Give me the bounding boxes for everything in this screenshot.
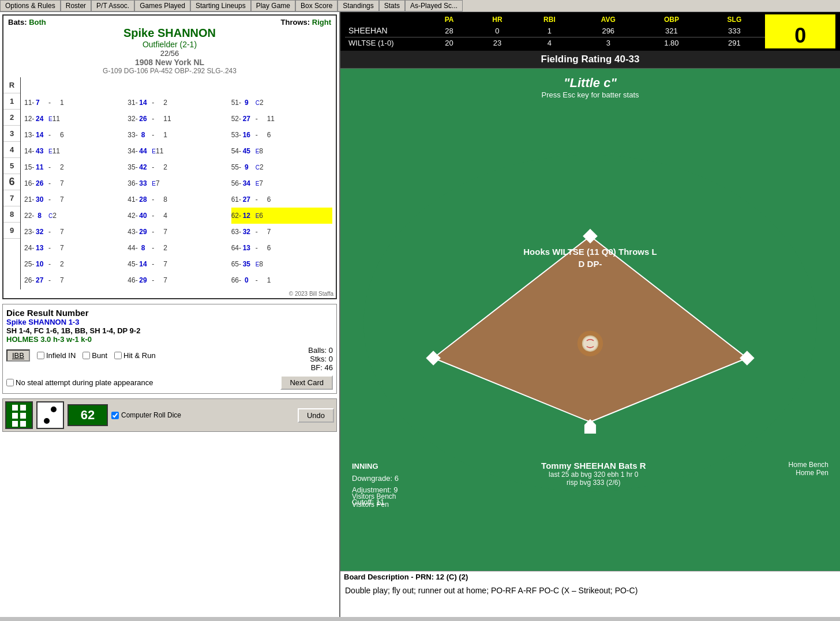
entry-46: 46-29-7 [127,272,228,288]
card-col-2: 31-14-2 32-26-11 33- 8-1 34-44E11 35-42- [126,78,230,288]
entry-63: 63-32-7 [231,224,332,240]
pip [12,405,18,411]
player-number: 22/56 [8,49,331,58]
nav-roster[interactable]: Roster [61,0,91,12]
pip [12,421,18,427]
infield-in-checkbox[interactable] [37,352,44,359]
entry-66: 66- 0-1 [231,272,332,288]
col-pa: PA [426,14,472,25]
baseball-field: "Little c" Press Esc key for batter stat… [340,69,840,566]
left-panel: Bats: Both Throws: Right Spike SHANNON O… [0,12,340,617]
entry-26: 26-27-7 [24,272,125,288]
entry-54: 54-45E8 [231,143,332,159]
field-rating: Fielding Rating 40-33 [340,51,840,69]
entry-13: 13-14-6 [24,127,125,143]
nav-box-score[interactable]: Box Score [295,0,337,12]
no-steal-row: No steal attempt during plate appearance… [6,375,333,390]
dice-player: Spike SHANNON 1-3 [6,318,333,326]
no-steal-checkbox[interactable] [6,379,14,386]
infield-in-label[interactable]: Infield IN [37,351,76,360]
nav-play-game[interactable]: Play Game [251,0,295,12]
row-7: 7 [3,190,20,206]
nav-standings[interactable]: Standings [337,0,378,12]
batter-hr: 0 [472,25,522,37]
ibb-button[interactable]: IBB [6,349,30,362]
pitcher-name-cell: WILTSE (1-0) [345,37,426,48]
next-card-button[interactable]: Next Card [280,375,333,390]
dice-bottom: 62 Computer Roll Dice Undo [2,398,337,432]
entry-15: 15-11-2 [24,159,125,175]
batter-field-info: Tommy SHEEHAN Bats R last 25 ab bvg 320 … [541,461,646,509]
dice-face-left [5,401,33,429]
card-col-1: 11-7-1 12-24E11 13-14-6 14-43E11 15-11-2 [23,78,126,288]
entry-23: 23-32-7 [24,224,125,240]
nav-options-rules[interactable]: Options & Rules [0,0,61,12]
pip-top [51,407,57,412]
dice-title: Dice Result Number [6,308,333,318]
stats-table: PA HR RBI AVG OBP SLG Outs 0 SHEEHAN 28 … [345,14,835,48]
bench-area [340,566,840,571]
col-rbi: RBI [522,14,577,25]
entry-62-highlight: 62-12E6 [231,208,332,224]
row-4: 4 [3,142,20,158]
stats-header: PA HR RBI AVG OBP SLG Outs 0 SHEEHAN 28 … [340,12,840,51]
batter-slg: 333 [703,25,765,37]
batter-rbi: 1 [522,25,577,37]
pip-bottom [44,418,50,424]
bunt-checkbox[interactable] [82,352,90,359]
outs-display: Outs 0 [765,14,835,48]
right-panel: PA HR RBI AVG OBP SLG Outs 0 SHEEHAN 28 … [340,12,840,617]
entry-61: 61-27-6 [231,191,332,208]
card-col-3: 51- 9C2 52-27-11 53-16-6 54-45E8 55- 9C2 [230,78,333,288]
entry-34: 34-44E11 [127,143,228,159]
dice-checkboxes: IBB Infield IN Bunt Hit & Run [6,349,156,362]
computer-roll: Computer Roll Dice [111,411,181,419]
dice-pitcher: HOLMES 3.0 h-3 w-1 k-0 [6,335,333,344]
hit-run-checkbox[interactable] [114,352,122,359]
nav-pt-assoc[interactable]: P/T Assoc. [91,0,134,12]
board-desc-label: Board Description - PRN: 12 (C) (2) [340,571,840,582]
entry-header2 [127,78,228,95]
col-hr: HR [472,14,522,25]
nav-as-played[interactable]: As-Played Sc... [405,0,463,12]
undo-button[interactable]: Undo [298,408,334,423]
bench-right: Home Bench Home Pen [789,461,828,509]
entry-24: 24-13-7 [24,240,125,256]
player-team: 1908 New York NL [8,58,331,67]
svg-point-12 [583,337,597,351]
card-data: 11-7-1 12-24E11 13-14-6 14-43E11 15-11-2 [21,77,336,289]
row-9: 9 [3,223,20,239]
col-slg: SLG [703,14,765,25]
throws-label: Throws: Right [281,18,331,27]
no-steal-label[interactable]: No steal attempt during plate appearance [6,378,153,387]
entry-55: 55- 9C2 [231,159,332,175]
copyright: © 2023 Bill Staffa [3,289,336,298]
row-numbers: R 1 2 3 4 5 6 7 8 9 [3,77,21,289]
pip [20,405,26,411]
row-2: 2 [3,110,20,126]
entry-64: 64-13-6 [231,240,332,256]
entry-42: 42-40-4 [127,208,228,224]
nav-stats[interactable]: Stats [379,0,405,12]
entry-36: 36-33E7 [127,175,228,191]
entry-header3 [231,78,332,95]
nav-starting-lineups[interactable]: Starting Lineups [190,0,251,12]
entry-52: 52-27-11 [231,111,332,127]
computer-roll-checkbox[interactable] [111,412,119,419]
entry-33: 33- 8-1 [127,127,228,143]
entry-11: 11-7-1 [24,95,125,111]
pitcher-ip: 20 [426,37,472,48]
batter-avg: 296 [577,25,639,37]
entry-56: 56-34E7 [231,175,332,191]
entry-35: 35-42-2 [127,159,228,175]
hit-run-label[interactable]: Hit & Run [114,351,156,360]
nav-games-played[interactable]: Games Played [134,0,190,12]
field-bottom-info: INNING Downgrade: 6 Adjustment: 9 Cutoff… [340,461,840,509]
entry-12: 12-24E11 [24,111,125,127]
dice-desc: SH 1-4, FC 1-6, 1B, BB, SH 1-4, DP 9-2 [6,326,333,335]
entry-32: 32-26-11 [127,111,228,127]
player-card: Bats: Both Throws: Right Spike SHANNON O… [2,14,337,299]
board-desc-text: Double play; fly out; runner out at home… [340,582,840,617]
bunt-label[interactable]: Bunt [82,351,107,360]
pitcher-ha: 23 [472,37,522,48]
